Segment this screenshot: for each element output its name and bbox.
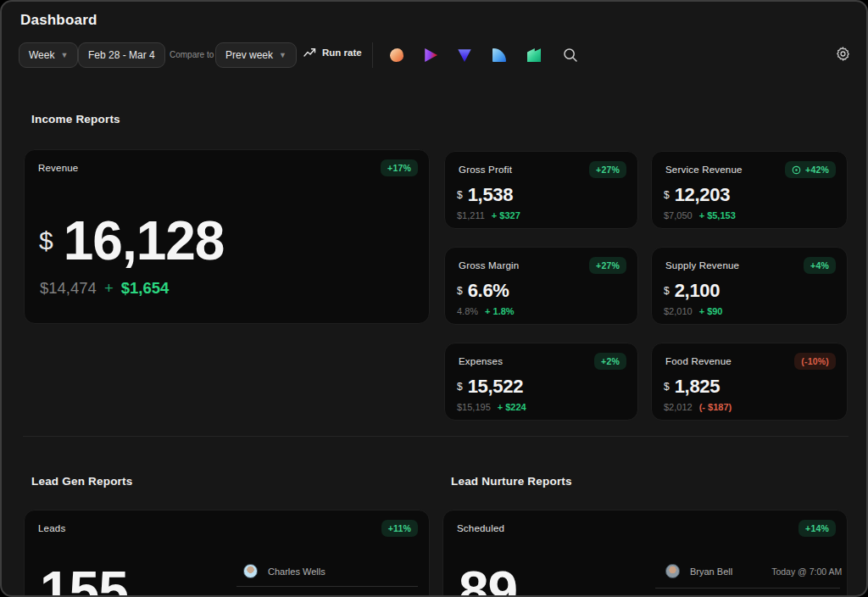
lead-nurture-reports-heading: Lead Nurture Reports — [451, 475, 572, 488]
delta-value: (- $187) — [699, 402, 732, 412]
delta-sign: + — [104, 279, 114, 298]
date-range-label: Feb 28 - Mar 4 — [88, 49, 155, 61]
compare-select[interactable]: Prev week ▼ — [215, 42, 297, 68]
delta-value: + $327 — [492, 210, 520, 220]
dashboard-window: Dashboard Week ▼ Feb 28 - Mar 4 Compare … — [0, 0, 868, 597]
trend-badge-value: +14% — [805, 523, 829, 533]
chevron-down-icon: ▼ — [60, 52, 68, 59]
trend-badge: +42% — [785, 161, 836, 178]
medal-icon — [792, 165, 801, 175]
metric-number: 6.6% — [468, 280, 509, 302]
gross-margin-card[interactable]: Gross Margin +27% $ 6.6% 4.8% + 1.8% — [444, 247, 638, 325]
previous-value: 4.8% — [457, 306, 478, 316]
metric-comparison: $14,474 + $1,654 — [40, 279, 169, 298]
gross-profit-card[interactable]: Gross Profit +27% $ 1,538 $1,211 + $327 — [444, 151, 638, 229]
revenue-card[interactable]: Revenue +17% $ 16,128 $14,474 + $1,654 — [24, 149, 430, 324]
currency-symbol: $ — [664, 285, 670, 297]
trend-badge: +14% — [798, 520, 836, 537]
search-icon[interactable] — [562, 47, 579, 64]
app-chart-flag-icon[interactable] — [527, 48, 541, 62]
metric-comparison: 4.8% + 1.8% — [457, 306, 515, 316]
period-select[interactable]: Week ▼ — [19, 42, 78, 68]
scheduled-card[interactable]: Scheduled +14% 89 Bryan Bell Today @ 7:0… — [442, 510, 848, 597]
previous-value: $2,012 — [664, 402, 693, 412]
card-label: Gross Margin — [459, 260, 519, 271]
delta-value: + $224 — [498, 402, 526, 412]
trend-badge-value: +42% — [805, 165, 829, 175]
run-rate-toggle[interactable]: Run rate — [303, 47, 362, 58]
metric-comparison: $7,050 + $5,153 — [664, 210, 736, 220]
card-label: Scheduled — [457, 523, 504, 533]
currency-symbol: $ — [664, 189, 670, 201]
app-play-gradient-icon[interactable] — [424, 48, 437, 62]
avatar — [243, 564, 258, 578]
trend-badge-value: +17% — [387, 163, 411, 173]
metric-value: $ 1,825 — [664, 376, 720, 398]
metric-comparison: $1,211 + $327 — [457, 210, 520, 220]
person-row[interactable]: Charles Wells — [243, 564, 326, 578]
delta-value: $1,654 — [121, 279, 170, 298]
run-rate-label: Run rate — [322, 47, 362, 58]
trend-badge: +2% — [594, 353, 626, 370]
expenses-card[interactable]: Expenses +2% $ 15,522 $15,195 + $224 — [444, 343, 638, 421]
period-select-label: Week — [29, 49, 54, 61]
currency-symbol: $ — [457, 285, 463, 297]
metric-comparison: $2,010 + $90 — [664, 306, 723, 316]
currency-symbol: $ — [457, 381, 463, 393]
trend-badge-value: +2% — [601, 356, 620, 366]
card-label: Expenses — [459, 356, 503, 366]
service-revenue-card[interactable]: Service Revenue +42% $ 12,203 $7,050 + $… — [651, 151, 848, 229]
supply-revenue-card[interactable]: Supply Revenue +4% $ 2,100 $2,010 + $90 — [651, 247, 848, 325]
metric-number: 15,522 — [468, 376, 524, 398]
compare-to-label: Compare to — [170, 50, 214, 59]
previous-value: $2,010 — [664, 306, 693, 316]
trending-up-icon — [303, 47, 316, 58]
trend-badge: +27% — [589, 161, 626, 178]
delta-value: + 1.8% — [485, 306, 515, 316]
card-label: Food Revenue — [665, 356, 732, 366]
row-divider — [655, 588, 840, 589]
metric-value: $ 6.6% — [457, 280, 509, 302]
previous-value: $15,195 — [457, 402, 491, 412]
metric-number: 155 — [40, 560, 128, 597]
trend-badge-value: +4% — [810, 260, 829, 271]
toolbar-divider — [372, 42, 373, 68]
trend-badge: (-10%) — [794, 353, 836, 370]
metric-number: 1,825 — [675, 376, 721, 398]
app-shape-orange-icon[interactable] — [390, 48, 403, 62]
trend-badge-value: +27% — [596, 165, 620, 175]
card-label: Service Revenue — [665, 165, 743, 175]
previous-value: $1,211 — [457, 210, 485, 220]
previous-value: $14,474 — [40, 279, 97, 298]
metric-value: $ 2,100 — [664, 280, 720, 302]
previous-value: $7,050 — [664, 210, 693, 220]
trend-badge: +4% — [804, 257, 836, 274]
card-label: Gross Profit — [459, 165, 512, 175]
settings-gear-icon[interactable] — [835, 46, 852, 63]
card-label: Supply Revenue — [665, 260, 739, 271]
food-revenue-card[interactable]: Food Revenue (-10%) $ 1,825 $2,012 (- $1… — [651, 343, 848, 421]
trend-badge: +11% — [381, 520, 418, 537]
date-range-button[interactable]: Feb 28 - Mar 4 — [78, 42, 165, 68]
metric-value: $ 1,538 — [457, 184, 513, 206]
scheduled-time: Today @ 7:00 AM — [771, 566, 842, 577]
card-label: Leads — [38, 523, 65, 533]
app-quarter-pie-icon[interactable] — [492, 48, 506, 62]
income-reports-heading: Income Reports — [31, 113, 120, 126]
section-divider — [23, 436, 849, 437]
currency-symbol: $ — [664, 381, 670, 393]
leads-card[interactable]: Leads +11% 155 Charles Wells — [24, 510, 430, 597]
app-funnel-icon[interactable] — [458, 48, 471, 62]
trend-badge: +17% — [381, 159, 418, 176]
metric-value: $ 16,128 — [39, 209, 224, 272]
metric-value: $ 12,203 — [664, 184, 730, 206]
row-divider — [236, 586, 418, 587]
delta-value: + $90 — [699, 306, 723, 316]
trend-badge-value: +27% — [596, 260, 620, 271]
person-row[interactable]: Bryan Bell Today @ 7:00 AM — [665, 564, 842, 578]
person-name: Charles Wells — [268, 566, 326, 577]
metric-value: $ 15,522 — [457, 376, 523, 398]
trend-badge-value: +11% — [388, 523, 411, 533]
currency-symbol: $ — [39, 226, 53, 255]
compare-select-label: Prev week — [225, 49, 273, 61]
